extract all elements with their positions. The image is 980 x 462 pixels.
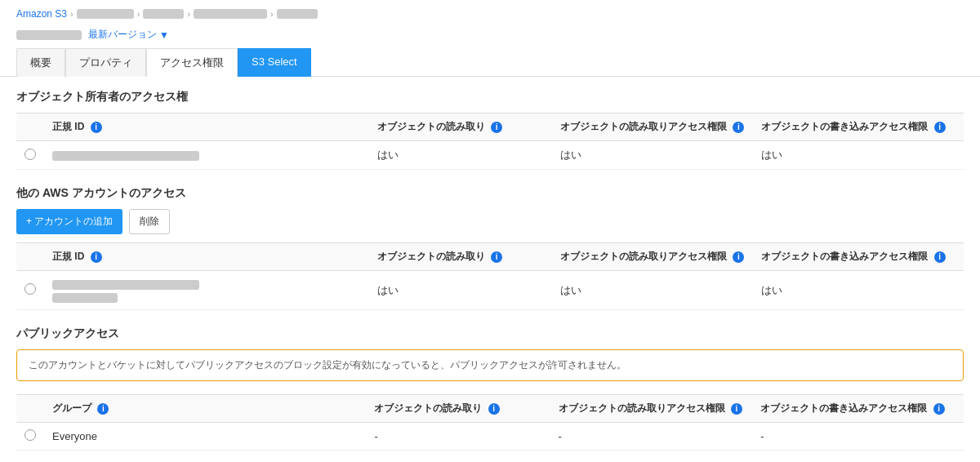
row-read-acl-cell: はい (552, 141, 753, 170)
filename-blurred (16, 30, 82, 40)
col2-id-text: 正規 ID (52, 251, 84, 262)
col2-header-read-acl: オブジェクトの読み取りアクセス権限 i (552, 243, 753, 271)
row2-id-blurred2 (52, 293, 118, 303)
owner-access-section: オブジェクト所有者のアクセス権 正規 ID i オブジェクトの読み取り i オブ… (16, 90, 964, 170)
col-id-text: 正規 ID (52, 121, 84, 132)
col2-read-acl-text: オブジェクトの読み取りアクセス権限 (560, 251, 727, 262)
table-row: はい はい はい (16, 271, 964, 310)
col3-header-read: オブジェクトの読み取り i (366, 395, 550, 423)
owner-access-table: 正規 ID i オブジェクトの読み取り i オブジェクトの読み取りアクセス権限 … (16, 113, 964, 170)
public-access-table: グループ i オブジェクトの読み取り i オブジェクトの読み取りアクセス権限 i… (16, 394, 964, 451)
row3-radio-btn[interactable] (24, 429, 36, 441)
col3-group-info-icon[interactable]: i (97, 403, 109, 415)
row3-read-cell: - (366, 423, 550, 451)
col-write-acl-info-icon[interactable]: i (934, 122, 946, 133)
col3-read-text: オブジェクトの読み取り (374, 402, 482, 414)
row2-radio-btn[interactable] (24, 283, 36, 295)
account-button-row: + アカウントの追加 削除 (16, 209, 964, 234)
col3-header-read-acl: オブジェクトの読み取りアクセス権限 i (550, 395, 753, 423)
public-access-warning: このアカウントとバケットに対してパブリックアクセスのブロック設定が有効になってい… (16, 349, 964, 381)
table-row: はい はい はい (16, 141, 964, 170)
other-accounts-section: 他の AWS アカウントのアクセス + アカウントの追加 削除 正規 ID i … (16, 186, 964, 310)
col-write-acl-text: オブジェクトの書き込みアクセス権限 (761, 121, 928, 132)
row2-id-cell (44, 271, 369, 310)
col3-header-write-acl: オブジェクトの書き込みアクセス権限 i (752, 395, 964, 423)
breadcrumb-sep1: › (70, 9, 74, 19)
col3-header-group: グループ i (44, 395, 366, 423)
main-content: オブジェクト所有者のアクセス権 正規 ID i オブジェクトの読み取り i オブ… (0, 77, 980, 462)
col3-group-text: グループ (52, 402, 91, 414)
col3-read-acl-info-icon[interactable]: i (731, 403, 742, 415)
breadcrumb-item1 (77, 9, 134, 19)
breadcrumb-item2 (143, 9, 184, 19)
col3-read-acl-text: オブジェクトの読み取りアクセス権限 (559, 402, 725, 414)
row-write-acl-cell: はい (753, 141, 964, 170)
col2-write-acl-text: オブジェクトの書き込みアクセス権限 (761, 251, 928, 262)
row-radio-btn[interactable] (24, 149, 36, 160)
version-label-text: 最新バージョン (88, 28, 157, 42)
col2-read-acl-info-icon[interactable]: i (733, 251, 744, 263)
col3-read-info-icon[interactable]: i (488, 403, 500, 415)
public-access-section: パブリックアクセス このアカウントとバケットに対してパブリックアクセスのブロック… (16, 327, 964, 451)
breadcrumb-item3 (194, 9, 267, 19)
tab-properties[interactable]: プロパティ (65, 48, 146, 77)
col2-id-info-icon[interactable]: i (91, 251, 102, 263)
col-header-write-acl: オブジェクトの書き込みアクセス権限 i (753, 113, 964, 141)
breadcrumb-sep3: › (187, 9, 190, 19)
col2-read-text: オブジェクトの読み取り (377, 251, 485, 262)
row-id-blurred (52, 151, 199, 161)
col2-header-write-acl: オブジェクトの書き込みアクセス権限 i (753, 243, 964, 271)
breadcrumb: Amazon S3 › › › › (0, 0, 980, 24)
other-accounts-title: 他の AWS アカウントのアクセス (16, 186, 964, 201)
add-account-button[interactable]: + アカウントの追加 (16, 209, 122, 234)
col-read-acl-text: オブジェクトの読み取りアクセス権限 (560, 121, 727, 132)
row2-read-acl-cell: はい (552, 271, 753, 310)
col3-write-acl-text: オブジェクトの書き込みアクセス権限 (760, 402, 927, 414)
tab-overview[interactable]: 概要 (16, 48, 65, 77)
tab-bar: 概要 プロパティ アクセス権限 S3 Select (0, 48, 980, 77)
row3-write-acl-cell: - (752, 423, 964, 451)
breadcrumb-sep2: › (137, 9, 140, 19)
col-header-id: 正規 ID i (44, 113, 369, 141)
row3-group-cell: Everyone (44, 423, 366, 451)
col-read-info-icon[interactable]: i (491, 122, 502, 133)
row-read-cell: はい (369, 141, 552, 170)
table-row: Everyone - - - (16, 423, 964, 451)
other-accounts-table: 正規 ID i オブジェクトの読み取り i オブジェクトの読み取りアクセス権限 … (16, 242, 964, 310)
delete-account-button[interactable]: 削除 (129, 209, 170, 234)
row-id-cell (44, 141, 369, 170)
version-selector[interactable]: 最新バージョン ▼ (88, 28, 169, 42)
row2-read-cell: はい (369, 271, 552, 310)
version-row: 最新バージョン ▼ (0, 24, 980, 48)
row2-id-blurred (52, 280, 199, 290)
col2-header-id: 正規 ID i (44, 243, 369, 271)
col-header-read-acl: オブジェクトの読み取りアクセス権限 i (552, 113, 753, 141)
col2-write-acl-info-icon[interactable]: i (934, 251, 946, 263)
version-arrow-icon: ▼ (159, 29, 169, 41)
col2-read-info-icon[interactable]: i (491, 251, 502, 263)
col-read-acl-info-icon[interactable]: i (733, 122, 744, 133)
col-read-text: オブジェクトの読み取り (377, 121, 485, 132)
breadcrumb-item4 (277, 9, 318, 19)
col-header-read: オブジェクトの読み取り i (369, 113, 552, 141)
col3-write-acl-info-icon[interactable]: i (933, 403, 945, 415)
breadcrumb-home[interactable]: Amazon S3 (16, 8, 67, 20)
tab-s3select[interactable]: S3 Select (238, 48, 311, 77)
row3-read-acl-cell: - (550, 423, 753, 451)
tab-acl[interactable]: アクセス権限 (146, 48, 238, 77)
owner-access-title: オブジェクト所有者のアクセス権 (16, 90, 964, 104)
breadcrumb-sep4: › (270, 9, 274, 19)
row2-write-acl-cell: はい (753, 271, 964, 310)
public-access-title: パブリックアクセス (16, 327, 964, 341)
col2-header-read: オブジェクトの読み取り i (369, 243, 552, 271)
col-id-info-icon[interactable]: i (91, 122, 102, 133)
